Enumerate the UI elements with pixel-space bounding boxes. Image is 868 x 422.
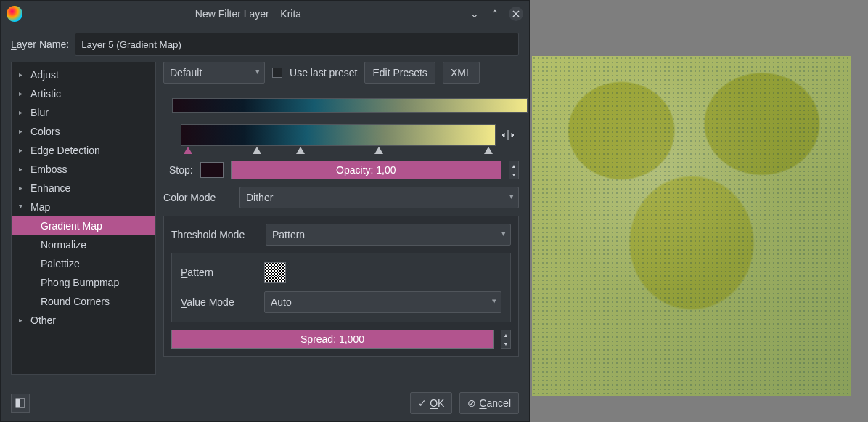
- expand-icon[interactable]: ⌃: [488, 7, 501, 20]
- layer-name-input[interactable]: [75, 33, 519, 56]
- tree-item-phong-bumpmap[interactable]: Phong Bumpmap: [12, 273, 155, 292]
- opacity-slider[interactable]: Opacity: 1,00: [231, 161, 501, 179]
- spread-slider[interactable]: Spread: 1,000: [171, 330, 494, 349]
- pattern-label: Pattern: [181, 267, 257, 278]
- use-last-preset-checkbox[interactable]: [272, 68, 282, 78]
- gradient-stop-handle[interactable]: [484, 147, 493, 154]
- chevron-right-icon: ▸: [19, 142, 28, 158]
- tree-item-label: Emboss: [30, 161, 67, 177]
- close-icon[interactable]: [509, 7, 523, 21]
- tree-item-colors[interactable]: ▸Colors: [12, 122, 155, 141]
- chevron-right-icon: ▸: [19, 86, 28, 102]
- cancel-button[interactable]: ⊘Cancel: [459, 392, 519, 414]
- tree-item-label: Artistic: [30, 86, 61, 102]
- gradient-preview: [172, 98, 528, 113]
- spread-spin-buttons[interactable]: ▲▼: [501, 330, 511, 349]
- value-mode-label: Value Mode: [181, 296, 257, 308]
- window-title: New Filter Layer – Krita: [28, 8, 468, 20]
- gradient-stop-handle[interactable]: [253, 147, 261, 154]
- tree-item-artistic[interactable]: ▸Artistic: [12, 84, 155, 103]
- gradient-stop-handle[interactable]: [296, 147, 305, 154]
- chevron-right-icon: ▸: [19, 123, 28, 139]
- tree-item-normalize[interactable]: Normalize: [12, 235, 155, 254]
- tree-item-label: Colors: [30, 123, 60, 139]
- tree-item-label: Adjust: [30, 67, 59, 83]
- tree-item-edge-detection[interactable]: ▸Edge Detection: [12, 141, 155, 160]
- tree-item-label: Blur: [30, 105, 49, 121]
- ok-button[interactable]: ✓OK: [410, 392, 452, 414]
- preview-toggle-button[interactable]: [11, 394, 30, 413]
- gradient-stop-handle[interactable]: [374, 147, 383, 154]
- tree-item-other[interactable]: ▸Other: [12, 311, 155, 330]
- color-mode-combo[interactable]: Dither: [239, 187, 519, 208]
- gradient-editor[interactable]: [181, 124, 496, 146]
- value-mode-combo[interactable]: Auto: [264, 291, 501, 313]
- pattern-swatch[interactable]: [264, 262, 286, 283]
- chevron-down-icon: ▾: [19, 198, 28, 214]
- mirror-gradient-icon[interactable]: [500, 129, 516, 141]
- tree-item-label: Edge Detection: [30, 142, 100, 158]
- xml-button[interactable]: XML: [443, 62, 480, 84]
- edit-presets-button[interactable]: Edit Presets: [364, 62, 435, 84]
- tree-item-enhance[interactable]: ▸Enhance: [12, 179, 155, 198]
- chevron-right-icon: ▸: [19, 180, 28, 196]
- color-mode-label: Color Mode: [163, 192, 232, 203]
- collapse-icon[interactable]: ⌄: [468, 7, 481, 20]
- tree-item-label: Map: [30, 199, 50, 215]
- tree-item-label: Enhance: [30, 180, 70, 196]
- svg-rect-1: [16, 399, 20, 407]
- chevron-right-icon: ▸: [19, 67, 28, 83]
- chevron-right-icon: ▸: [19, 312, 28, 328]
- gradient-stop-handle[interactable]: [184, 147, 192, 154]
- threshold-mode-combo[interactable]: Pattern: [266, 224, 511, 246]
- tree-item-gradient-map[interactable]: Gradient Map: [12, 216, 155, 235]
- layer-name-label: Layer Name:: [11, 38, 69, 50]
- krita-app-icon: [7, 6, 22, 22]
- stop-label: Stop:: [169, 164, 193, 176]
- tree-item-blur[interactable]: ▸Blur: [12, 103, 155, 122]
- use-last-preset-label: Use last preset: [290, 67, 357, 78]
- chevron-right-icon: ▸: [19, 161, 28, 177]
- tree-item-map[interactable]: ▾Map: [12, 198, 155, 216]
- tree-item-emboss[interactable]: ▸Emboss: [12, 160, 155, 179]
- tree-item-adjust[interactable]: ▸Adjust: [12, 65, 155, 84]
- filter-category-tree[interactable]: ▸Adjust▸Artistic▸Blur▸Colors▸Edge Detect…: [11, 62, 156, 375]
- tree-item-label: Other: [30, 312, 56, 328]
- canvas-preview: [532, 56, 851, 396]
- tree-item-round-corners[interactable]: Round Corners: [12, 292, 155, 311]
- titlebar: New Filter Layer – Krita ⌄ ⌃: [1, 1, 529, 27]
- tree-item-palettize[interactable]: Palettize: [12, 254, 155, 273]
- preset-combo[interactable]: Default: [163, 62, 265, 84]
- new-filter-layer-dialog: New Filter Layer – Krita ⌄ ⌃ Layer Name:…: [0, 0, 530, 422]
- stop-color-swatch[interactable]: [200, 162, 224, 178]
- threshold-mode-label: Threshold Mode: [171, 229, 258, 240]
- chevron-right-icon: ▸: [19, 105, 28, 121]
- opacity-spin-buttons[interactable]: ▲▼: [509, 161, 519, 179]
